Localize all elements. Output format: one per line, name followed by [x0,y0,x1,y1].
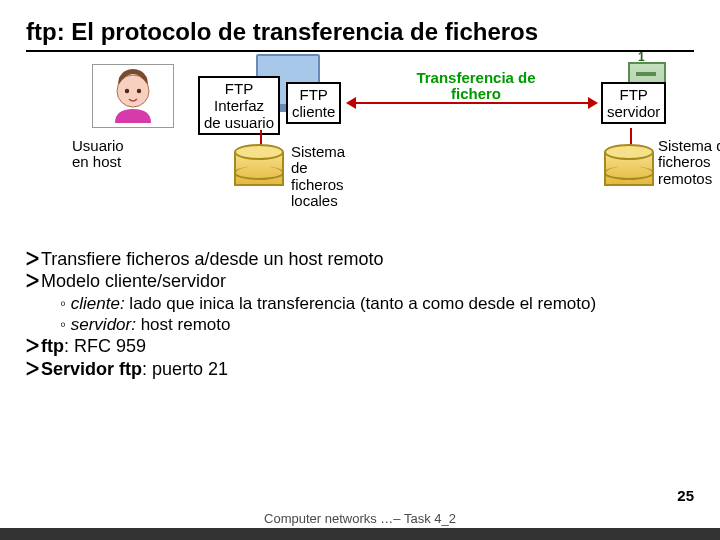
footer-bar [0,528,720,540]
local-fs-label: Sistema de ficheros locales [291,144,345,210]
server-number: 1 [638,50,645,64]
slide: ftp: El protocolo de transferencia de fi… [0,0,720,540]
ftp-client-box: FTP cliente [286,82,341,125]
bullet-port: Servidor ftp: puerto 21 [26,358,694,381]
page-number: 25 [677,487,694,504]
user-at-host-label: Usuario en host [72,138,124,171]
ftp-server-box: FTP servidor [601,82,666,125]
ftp-diagram: 1 Usuario en host FTP Interfaz de usuari… [26,52,694,242]
bullet-transfer: Transfiere ficheros a/desde un host remo… [26,248,694,271]
local-filesystem-icon [234,144,284,194]
slide-title: ftp: El protocolo de transferencia de fi… [26,18,694,46]
user-icon [92,64,174,128]
sub-server: servidor: host remoto [60,314,694,335]
slide-body: Transfiere ficheros a/desde un host remo… [26,248,694,381]
svg-point-1 [125,88,129,92]
footer-text: Computer networks …– Task 4_2 [0,511,720,526]
ftp-ui-box: FTP Interfaz de usuario [198,76,280,136]
bullet-rfc: ftp: RFC 959 [26,335,694,358]
svg-point-2 [137,88,141,92]
bullet-model: Modelo cliente/servidor [26,270,694,293]
transfer-label: Transferencia de fichero [386,70,566,103]
remote-filesystem-icon [604,144,654,194]
remote-fs-label: Sistema de ficheros remotos [658,138,720,188]
sub-client: cliente: lado que inica la transferencia… [60,293,694,314]
